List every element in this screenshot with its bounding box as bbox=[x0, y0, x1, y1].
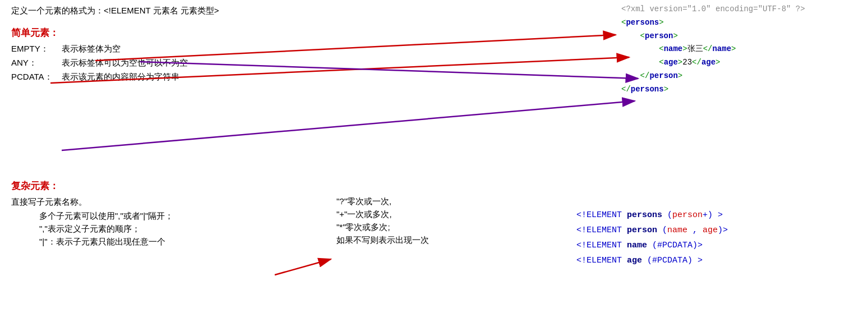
simple-section: 简单元素： EMPTY： 表示标签体为空 ANY： 表示标签体可以为空也可以不为… bbox=[11, 26, 359, 82]
complex-section-title: 复杂元素： bbox=[11, 180, 336, 192]
middle-item-2: "+"一次或多次, bbox=[336, 209, 493, 220]
xml-line-5: <age>23</age> bbox=[621, 56, 857, 70]
xml-panel: <?xml version="1.0" encoding="UTF-8" ?> … bbox=[621, 3, 857, 96]
dtd-line-1: <!ELEMENT persons (person+) > bbox=[576, 208, 857, 223]
complex-item-1: 多个子元素可以使用","或者"|"隔开； bbox=[39, 211, 336, 222]
xml-line-7: </persons> bbox=[621, 83, 857, 96]
middle-panel: "?"零次或一次, "+"一次或多次, "*"零次或多次; 如果不写则表示出现一… bbox=[336, 196, 493, 248]
term-any-label: ANY： bbox=[11, 58, 62, 68]
simple-section-title: 简单元素： bbox=[11, 26, 359, 39]
xml-line-6: </person> bbox=[621, 70, 857, 83]
term-pcdata-label: PCDATA： bbox=[11, 72, 62, 82]
term-empty-desc: 表示标签体为空 bbox=[62, 44, 359, 54]
xml-line-4: <name>张三</name> bbox=[621, 43, 857, 56]
middle-item-3: "*"零次或多次; bbox=[336, 222, 493, 233]
term-any-desc: 表示标签体可以为空也可以不为空 bbox=[62, 58, 359, 68]
main-container: 定义一个元素的格式为：<!ELEMENT 元素名 元素类型> 简单元素： EMP… bbox=[0, 0, 868, 322]
complex-item-3: "|"：表示子元素只能出现任意一个 bbox=[39, 237, 336, 247]
complex-section: 复杂元素： 直接写子元素名称。 多个子元素可以使用","或者"|"隔开； ","… bbox=[11, 180, 336, 250]
svg-line-5 bbox=[62, 101, 635, 150]
complex-intro: 直接写子元素名称。 bbox=[11, 197, 336, 208]
complex-item-2: ","表示定义子元素的顺序； bbox=[39, 224, 336, 234]
term-any: ANY： 表示标签体可以为空也可以不为空 bbox=[11, 58, 359, 68]
middle-item-1: "?"零次或一次, bbox=[336, 196, 493, 207]
svg-line-6 bbox=[275, 259, 331, 275]
dtd-panel: <!ELEMENT persons (person+) > <!ELEMENT … bbox=[576, 208, 857, 268]
xml-line-3: <person> bbox=[621, 30, 857, 43]
xml-line-1: <?xml version="1.0" encoding="UTF-8" ?> bbox=[621, 3, 857, 16]
dtd-line-4: <!ELEMENT age (#PCDATA) > bbox=[576, 253, 857, 268]
term-pcdata-desc: 表示该元素的内容部分为字符串 bbox=[62, 72, 359, 82]
dtd-line-3: <!ELEMENT name (#PCDATA)> bbox=[576, 238, 857, 253]
term-pcdata: PCDATA： 表示该元素的内容部分为字符串 bbox=[11, 72, 359, 82]
term-empty-label: EMPTY： bbox=[11, 44, 62, 54]
left-panel: 定义一个元素的格式为：<!ELEMENT 元素名 元素类型> 简单元素： EMP… bbox=[11, 6, 359, 86]
definition-line: 定义一个元素的格式为：<!ELEMENT 元素名 元素类型> bbox=[11, 6, 359, 16]
xml-line-2: <persons> bbox=[621, 16, 857, 30]
middle-item-4: 如果不写则表示出现一次 bbox=[336, 235, 493, 246]
dtd-line-2: <!ELEMENT person (name , age)> bbox=[576, 223, 857, 238]
term-empty: EMPTY： 表示标签体为空 bbox=[11, 44, 359, 54]
